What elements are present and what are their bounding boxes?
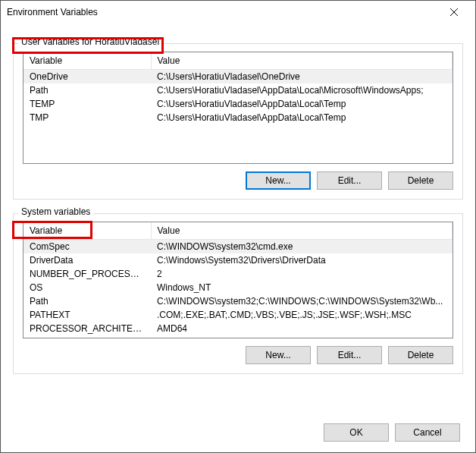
close-icon [450,8,458,16]
system-edit-button[interactable]: Edit... [317,346,382,364]
user-group-label: User variables for HoratiuVladasel [18,36,162,47]
user-variables-table[interactable]: Variable Value OneDriveC:\Users\HoratiuV… [23,52,453,164]
system-variables-table[interactable]: Variable Value ComSpecC:\WINDOWS\system3… [23,222,453,338]
table-row[interactable]: ComSpecC:\WINDOWS\system32\cmd.exe [23,240,453,254]
table-row[interactable]: OneDriveC:\Users\HoratiuVladasel\OneDriv… [23,70,453,84]
table-row[interactable]: NUMBER_OF_PROCESSORS2 [23,267,453,281]
table-row[interactable]: TMPC:\Users\HoratiuVladasel\AppData\Loca… [23,111,453,124]
column-header-variable[interactable]: Variable [23,52,151,70]
system-delete-button[interactable]: Delete [388,346,453,364]
table-row[interactable]: PATHEXT.COM;.EXE;.BAT;.CMD;.VBS;.VBE;.JS… [23,308,453,322]
window-title: Environment Variables [7,7,439,17]
system-group-label: System variables [18,206,93,217]
table-row[interactable]: DriverDataC:\Windows\System32\Drivers\Dr… [23,253,453,267]
system-new-button[interactable]: New... [246,346,311,364]
user-edit-button[interactable]: Edit... [317,171,382,190]
user-delete-button[interactable]: Delete [388,171,453,190]
table-row[interactable]: PathC:\WINDOWS\system32;C:\WINDOWS;C:\WI… [23,294,453,308]
system-variables-group: System variables Variable Value ComSpecC… [13,213,463,374]
user-variables-group: User variables for HoratiuVladasel Varia… [13,43,463,200]
table-row[interactable]: OSWindows_NT [23,281,453,294]
cancel-button[interactable]: Cancel [395,423,460,442]
table-row[interactable]: PROCESSOR_ARCHITECTUREAMD64 [23,322,453,335]
table-row[interactable]: TEMPC:\Users\HoratiuVladasel\AppData\Loc… [23,97,453,111]
column-header-variable[interactable]: Variable [23,222,151,240]
ok-button[interactable]: OK [324,423,389,442]
column-header-value[interactable]: Value [151,52,453,70]
user-new-button[interactable]: New... [246,171,311,190]
column-header-value[interactable]: Value [151,222,453,240]
title-bar: Environment Variables [1,1,475,24]
table-row[interactable]: PathC:\Users\HoratiuVladasel\AppData\Loc… [23,83,453,97]
close-button[interactable] [439,2,469,23]
